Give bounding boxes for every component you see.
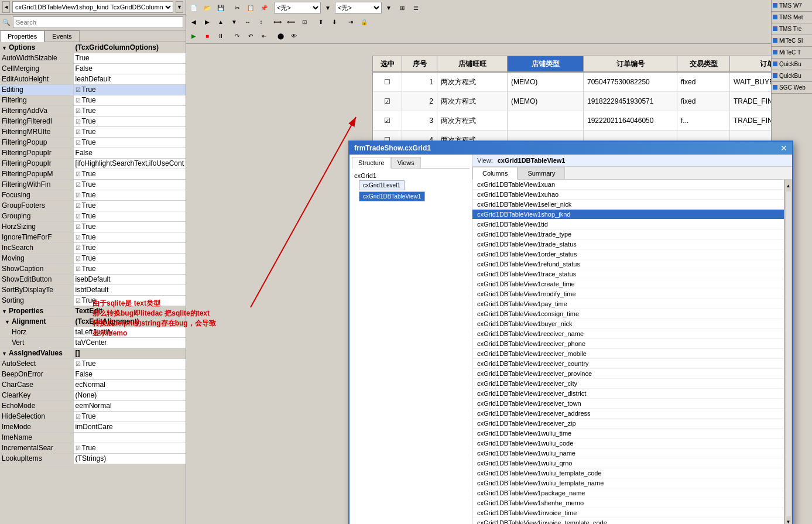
right-panel-item[interactable]: TMS W7 <box>772 0 812 12</box>
prop-row[interactable]: GroupFooters☑True <box>0 200 186 211</box>
dialog-title-bar[interactable]: frmTradeShow.cxGrid1 ✕ <box>350 142 792 155</box>
tb-paste-btn[interactable]: 📌 <box>258 1 270 14</box>
column-item[interactable]: cxGrid1DBTableView1wuliu_code <box>472 439 784 448</box>
right-panel-item[interactable]: TMS Tre <box>772 23 812 35</box>
tb-copy-btn[interactable]: 📋 <box>244 1 257 14</box>
tb-stop-btn[interactable]: ■ <box>201 29 214 42</box>
column-item[interactable]: cxGrid1DBTableView1trace_status <box>472 269 784 279</box>
tb-arrow-btn[interactable]: ▼ <box>321 1 334 14</box>
prop-row[interactable]: VerttaVCenter <box>0 337 186 348</box>
prop-row[interactable]: HorzSizing☑True <box>0 221 186 232</box>
tab-properties[interactable]: Properties <box>0 30 44 42</box>
column-item[interactable]: cxGrid1DBTableView1pay_time <box>472 299 784 309</box>
right-panel-item[interactable]: MiTeC T <box>772 47 812 59</box>
column-item[interactable]: cxGrid1DBTableView1create_time <box>472 279 784 289</box>
scroll-up-btn[interactable]: ▲ <box>785 182 792 190</box>
tb-list-btn[interactable]: ☰ <box>409 1 422 14</box>
tb-save-btn[interactable]: 💾 <box>214 1 227 14</box>
column-item[interactable]: cxGrid1DBTableView1receiver_zip <box>472 419 784 429</box>
tree-item-level1[interactable]: cxGrid1Level1 <box>359 180 405 190</box>
tb-align-top-btn[interactable]: ▲ <box>214 15 227 28</box>
prop-row[interactable]: FilteringPopupIrFalse <box>0 148 186 158</box>
tab-columns[interactable]: Columns <box>472 167 518 180</box>
prev-component-btn[interactable]: ◄ <box>2 1 10 13</box>
column-item[interactable]: cxGrid1DBTableView1wuliu_qrno <box>472 458 784 468</box>
column-item[interactable]: cxGrid1DBTableView1wuliu_time <box>472 429 784 439</box>
column-item[interactable]: cxGrid1DBTableView1receiver_name <box>472 329 784 339</box>
prop-row[interactable]: AutoSelect☑True <box>0 358 186 369</box>
prop-row[interactable]: ImeName <box>0 432 186 443</box>
column-item[interactable]: cxGrid1DBTableView1trade_status <box>472 239 784 249</box>
column-item[interactable]: cxGrid1DBTableView1package_name <box>472 488 784 498</box>
right-panel-item[interactable]: MiTeC SI <box>772 35 812 47</box>
component-select[interactable]: cxGrid1DBTableView1shop_kind TcxGridDBCo… <box>12 1 173 13</box>
tab-summary[interactable]: Summary <box>518 167 565 179</box>
column-item[interactable]: cxGrid1DBTableView1consign_time <box>472 309 784 319</box>
tab-structure[interactable]: Structure <box>352 157 391 169</box>
grid-col-header[interactable]: 店铺类型 <box>508 56 584 71</box>
tb-size-btn[interactable]: ⊡ <box>298 15 311 28</box>
tab-events[interactable]: Events <box>44 30 80 42</box>
prop-row[interactable]: ClearKey(None) <box>0 390 186 400</box>
column-item[interactable]: cxGrid1DBTableView1wuliu_template_name <box>472 478 784 488</box>
column-item[interactable]: cxGrid1DBTableView1buyer_nick <box>472 319 784 329</box>
column-item[interactable]: cxGrid1DBTableView1shenhe_memo <box>472 498 784 508</box>
tree-item-tableview[interactable]: cxGrid1DBTableView1 <box>359 191 425 201</box>
column-item[interactable]: cxGrid1DBTableView1xuan <box>472 180 784 190</box>
column-item[interactable]: cxGrid1DBTableView1receiver_country <box>472 359 784 369</box>
prop-row[interactable]: IncSearch☑True <box>0 242 186 253</box>
prop-row[interactable]: LookupItems(TStrings) <box>0 453 186 464</box>
prop-row[interactable]: Editing☑True <box>0 84 186 95</box>
column-item[interactable]: cxGrid1DBTableView1refund_status <box>472 259 784 269</box>
grid-col-header[interactable]: 交易类型 <box>677 56 730 71</box>
column-item[interactable]: cxGrid1DBTableView1shop_jknd <box>472 210 784 220</box>
next-component-btn[interactable]: ▼ <box>176 1 183 13</box>
tb-align-bottom-btn[interactable]: ▼ <box>228 15 241 28</box>
prop-row[interactable]: CellMergingFalse <box>0 63 186 74</box>
right-panel-item[interactable]: QuickBu <box>772 59 812 70</box>
tb-v-center-btn[interactable]: ↕ <box>255 15 268 28</box>
right-panel-item[interactable]: QuickBu <box>772 70 812 82</box>
tb-step-out-btn[interactable]: ⇤ <box>258 29 270 42</box>
grid-col-header[interactable]: 序号 <box>402 56 437 71</box>
column-item[interactable]: cxGrid1DBTableView1receiver_province <box>472 369 784 379</box>
tb-breakpoint-btn[interactable]: ⬤ <box>274 29 287 42</box>
tb-align-right-btn[interactable]: ▶ <box>201 15 214 28</box>
prop-row[interactable]: ImeModeimDontCare <box>0 422 186 432</box>
table-row[interactable]: ☑2两次方程式(MEMO)19182229451930571fixedTRADE… <box>373 92 812 111</box>
column-item[interactable]: cxGrid1DBTableView1invoice_template_code <box>472 518 784 524</box>
dialog-close-btn[interactable]: ✕ <box>780 143 787 153</box>
tb-h-center-btn[interactable]: ↔ <box>241 15 254 28</box>
prop-row[interactable]: EditAutoHeightieahDefault <box>0 74 186 84</box>
prop-row[interactable]: HorztaLeftJustify <box>0 327 186 337</box>
tb-grid-btn[interactable]: ⊞ <box>396 1 409 14</box>
tb-select-2[interactable]: <无> <box>335 2 382 13</box>
grid-col-header[interactable]: 订单编号 <box>584 56 677 71</box>
column-item[interactable]: cxGrid1DBTableView1seller_nick <box>472 200 784 210</box>
column-item[interactable]: cxGrid1DBTableView1invoice_time <box>472 508 784 518</box>
tb-select-1[interactable]: <无> <box>274 2 321 13</box>
prop-row[interactable]: HideSelection☑True <box>0 411 186 422</box>
prop-row[interactable]: Moving☑True <box>0 253 186 263</box>
column-item[interactable]: cxGrid1DBTableView1xuhao <box>472 190 784 200</box>
column-item[interactable]: cxGrid1DBTableView1receiver_town <box>472 399 784 409</box>
right-panel-item[interactable]: SGC Web <box>772 82 812 94</box>
prop-row[interactable]: FilteringWithFin☑True <box>0 179 186 190</box>
prop-row[interactable]: Grouping☑True <box>0 211 186 221</box>
prop-row[interactable]: IgnoreTimeForF☑True <box>0 232 186 242</box>
prop-row[interactable]: EchoModeeemNormal <box>0 400 186 411</box>
tree-node-cxgrid[interactable]: cxGrid1 <box>352 171 470 180</box>
prop-row[interactable]: Filtering☑True <box>0 95 186 105</box>
column-item[interactable]: cxGrid1DBTableView1receiver_district <box>472 389 784 399</box>
tb-pause-btn[interactable]: ⏸ <box>214 29 227 42</box>
table-row[interactable]: ☐1两次方程式(MEMO)7050477530082250fixedWAIT_B… <box>373 73 812 92</box>
tb-new-btn[interactable]: 📄 <box>187 1 200 14</box>
search-input[interactable] <box>13 16 183 28</box>
scroll-down-btn[interactable]: ▼ <box>785 518 792 524</box>
prop-row[interactable]: FilteringPopupM☑True <box>0 169 186 179</box>
column-item[interactable]: cxGrid1DBTableView1order_status <box>472 249 784 259</box>
tb-width-btn[interactable]: ⟺ <box>271 15 284 28</box>
prop-row[interactable]: FilteringPopupIr[ifoHighlightSearchText,… <box>0 158 186 169</box>
prop-row[interactable]: Sorting☑True <box>0 295 186 306</box>
prop-row[interactable]: AutoWidthSizableTrue <box>0 53 186 63</box>
